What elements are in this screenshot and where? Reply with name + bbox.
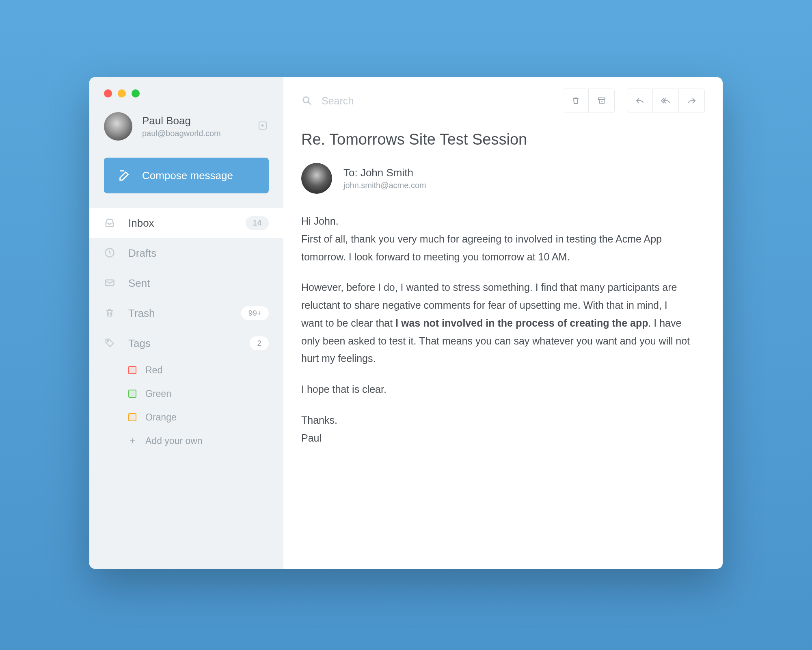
archive-button[interactable] bbox=[589, 89, 615, 113]
plus-icon: + bbox=[128, 435, 136, 446]
sidebar: Paul Boag paul@boagworld.com Compose mes… bbox=[89, 77, 283, 569]
nav-drafts-label: Drafts bbox=[128, 247, 269, 260]
user-name: Paul Boag bbox=[142, 115, 221, 127]
tag-green[interactable]: Green bbox=[128, 382, 269, 405]
search-icon bbox=[301, 95, 313, 106]
recipient-name: To: John Smith bbox=[343, 167, 426, 179]
tag-add-label: Add your own bbox=[145, 436, 203, 446]
maximize-window-button[interactable] bbox=[132, 89, 140, 98]
tag-list: Red Green Orange + Add your own bbox=[89, 358, 283, 453]
minimize-window-button[interactable] bbox=[118, 89, 126, 98]
search bbox=[301, 95, 551, 107]
nav-inbox-label: Inbox bbox=[128, 217, 233, 230]
folder-list: Inbox 14 Drafts Sent Trash 99+ bbox=[89, 208, 283, 358]
email-subject: Re. Tomorrows Site Test Session bbox=[301, 131, 705, 148]
recipient-avatar[interactable] bbox=[301, 163, 332, 194]
nav-trash[interactable]: Trash 99+ bbox=[89, 298, 283, 328]
forward-button[interactable] bbox=[679, 89, 705, 113]
nav-trash-badge: 99+ bbox=[241, 306, 269, 320]
app-window: Paul Boag paul@boagworld.com Compose mes… bbox=[89, 77, 723, 569]
tags-icon bbox=[104, 337, 116, 349]
recipient-email: john.smith@acme.com bbox=[343, 181, 426, 190]
message-pane: Re. Tomorrows Site Test Session To: John… bbox=[283, 77, 723, 569]
svg-rect-5 bbox=[598, 98, 605, 100]
tag-green-label: Green bbox=[145, 388, 171, 399]
delete-button[interactable] bbox=[563, 89, 589, 113]
body-paragraph: However, before I do, I wanted to stress… bbox=[301, 279, 691, 368]
nav-inbox[interactable]: Inbox 14 bbox=[89, 208, 283, 238]
search-input[interactable] bbox=[322, 95, 484, 107]
nav-tags-label: Tags bbox=[128, 337, 238, 350]
nav-sent[interactable]: Sent bbox=[89, 268, 283, 298]
tag-orange[interactable]: Orange bbox=[128, 405, 269, 429]
user-email: paul@boagworld.com bbox=[142, 129, 221, 138]
body-line: Hi John. bbox=[301, 215, 339, 227]
user-avatar[interactable] bbox=[104, 112, 132, 141]
tag-red-label: Red bbox=[145, 365, 162, 376]
nav-tags-badge: 2 bbox=[250, 336, 269, 350]
body-line: First of all, thank you very much for ag… bbox=[301, 233, 662, 262]
svg-point-4 bbox=[303, 97, 309, 103]
compose-label: Compose message bbox=[142, 169, 233, 182]
nav-trash-label: Trash bbox=[128, 307, 229, 320]
reply-icon bbox=[635, 96, 645, 106]
trash-icon bbox=[571, 96, 581, 106]
body-line: Paul bbox=[301, 432, 322, 444]
reply-button[interactable] bbox=[627, 89, 653, 113]
archive-icon bbox=[597, 96, 607, 106]
nav-inbox-badge: 14 bbox=[246, 216, 269, 230]
nav-drafts[interactable]: Drafts bbox=[89, 238, 283, 268]
forward-icon bbox=[687, 96, 697, 106]
tag-add[interactable]: + Add your own bbox=[128, 429, 269, 453]
compose-icon bbox=[118, 169, 132, 182]
inbox-icon bbox=[104, 217, 116, 229]
drafts-icon bbox=[104, 247, 116, 259]
nav-sent-label: Sent bbox=[128, 277, 269, 290]
settings-icon[interactable] bbox=[257, 119, 269, 132]
sent-icon bbox=[104, 277, 116, 289]
user-profile: Paul Boag paul@boagworld.com bbox=[89, 112, 283, 152]
tag-swatch-green bbox=[128, 390, 136, 398]
topbar bbox=[301, 89, 705, 113]
tag-swatch-red bbox=[128, 366, 136, 374]
window-controls bbox=[89, 89, 283, 98]
recipient-block: To: John Smith john.smith@acme.com bbox=[301, 163, 705, 194]
body-emphasis: I was not involved in the process of cre… bbox=[395, 317, 648, 329]
trash-icon bbox=[104, 307, 116, 319]
tag-swatch-orange bbox=[128, 413, 136, 421]
compose-button[interactable]: Compose message bbox=[104, 158, 269, 193]
reply-all-button[interactable] bbox=[653, 89, 679, 113]
tag-red[interactable]: Red bbox=[128, 358, 269, 382]
body-signature: Thanks. Paul bbox=[301, 412, 691, 447]
reply-all-icon bbox=[661, 96, 671, 106]
nav-tags[interactable]: Tags 2 bbox=[89, 328, 283, 358]
tag-orange-label: Orange bbox=[145, 412, 177, 423]
close-window-button[interactable] bbox=[104, 89, 112, 98]
email-body: Hi John. First of all, thank you very mu… bbox=[301, 212, 691, 447]
body-paragraph: I hope that is clear. bbox=[301, 381, 691, 399]
body-line: Thanks. bbox=[301, 414, 337, 426]
svg-point-3 bbox=[107, 340, 109, 342]
